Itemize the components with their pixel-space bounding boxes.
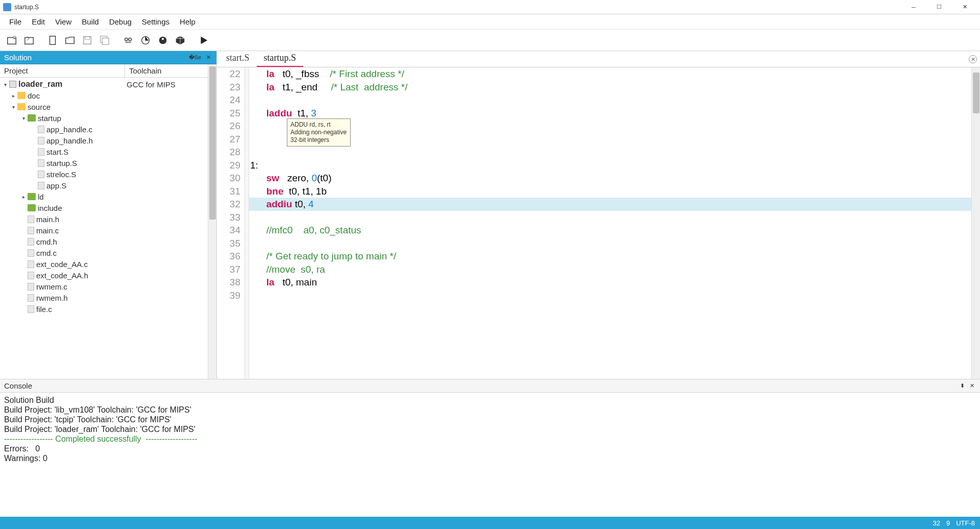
file-icon (28, 215, 34, 223)
tree-file[interactable]: rwmem.c (0, 281, 208, 292)
close-button[interactable]: ✕ (957, 1, 973, 13)
statusbar: 32 9 UTF-8 (0, 517, 980, 529)
tree-folder-startup[interactable]: ▾startup (0, 112, 208, 124)
editor-scrollbar[interactable] (971, 67, 980, 379)
project-tree[interactable]: ▾ loader_ram GCC for MIPS ▸doc ▾source ▾… (0, 78, 208, 379)
file-icon (28, 283, 34, 291)
clean-button[interactable] (138, 33, 153, 48)
project-icon (9, 81, 16, 88)
project-name: loader_ram (18, 80, 62, 89)
tree-file[interactable]: cmd.h (0, 236, 208, 247)
build-button[interactable] (120, 33, 136, 48)
status-line: 32 (933, 519, 940, 527)
svg-text:+: + (14, 36, 15, 39)
fold-margin[interactable] (245, 67, 249, 379)
code-editor[interactable]: 22 23 24 25 26 27 28 29 30 31 32 33 34 3… (217, 67, 980, 379)
console-close-icon[interactable]: ✕ (968, 382, 976, 389)
tree-file[interactable]: streloc.S (0, 169, 208, 180)
toolchain-value: GCC for MIPS (127, 80, 176, 89)
save-all-button[interactable] (97, 33, 112, 48)
file-icon (38, 182, 44, 189)
file-icon (28, 272, 34, 279)
tree-file[interactable]: app_handle.c (0, 124, 208, 135)
panel-close-icon[interactable]: ✕ (205, 54, 212, 61)
tree-file[interactable]: cmd.c (0, 247, 208, 258)
file-icon (28, 249, 34, 257)
menu-debug[interactable]: Debug (104, 15, 137, 28)
tree-toggle-icon[interactable]: ▸ (20, 194, 27, 200)
open-file-button[interactable] (62, 33, 78, 48)
svg-rect-8 (102, 38, 109, 44)
column-toolchain[interactable]: Toolchain (125, 64, 165, 77)
tree-file[interactable]: main.h (0, 213, 208, 225)
run-button[interactable] (196, 33, 211, 48)
solution-panel: Solution �ße ✕ Project Toolchain ▾ loade… (0, 51, 217, 379)
tree-folder-ld[interactable]: ▸ld (0, 191, 208, 202)
tree-folder-doc[interactable]: ▸doc (0, 90, 208, 101)
console-header: Console ⬍ ✕ (0, 379, 980, 393)
menu-view[interactable]: View (50, 15, 77, 28)
tree-toggle-icon[interactable]: ▾ (2, 82, 8, 87)
file-icon (38, 159, 44, 167)
new-project-button[interactable]: + (4, 33, 19, 48)
project-scrollbar[interactable] (208, 64, 216, 379)
tree-toggle-icon[interactable]: ▸ (10, 93, 16, 99)
menu-file[interactable]: File (4, 15, 27, 28)
package-button[interactable] (173, 33, 188, 48)
file-icon (38, 126, 44, 133)
save-button[interactable] (80, 33, 95, 48)
rebuild-button[interactable] (155, 33, 170, 48)
menu-help[interactable]: Help (175, 15, 201, 28)
tree-file[interactable]: app.S (0, 180, 208, 191)
tree-file[interactable]: rwmem.h (0, 292, 208, 303)
tree-folder-source[interactable]: ▾source (0, 101, 208, 112)
app-icon (3, 3, 11, 11)
tree-file[interactable]: app_handle.h (0, 135, 208, 146)
svg-point-9 (125, 38, 128, 41)
editor-panel: start.S startup.S ✕ 22 23 24 25 26 27 28… (217, 51, 980, 379)
code-content[interactable]: la t0, _fbss /* First address */ la t1, … (249, 67, 971, 379)
new-file-button[interactable] (45, 33, 60, 48)
open-project-button[interactable] (21, 33, 37, 48)
file-icon (38, 148, 44, 156)
svg-point-12 (159, 36, 167, 44)
tree-folder-include[interactable]: include (0, 202, 208, 213)
tooltip-description: Adding non-negative 32-bit integers (290, 129, 347, 144)
svg-point-10 (129, 38, 131, 41)
close-all-tabs-icon[interactable]: ✕ (969, 55, 977, 63)
tab-start-S[interactable]: start.S (219, 51, 257, 67)
tree-toggle-icon[interactable]: ▾ (20, 115, 27, 121)
file-icon (28, 227, 34, 234)
tree-file[interactable]: ext_code_AA.c (0, 258, 208, 270)
tree-file[interactable]: ext_code_AA.h (0, 270, 208, 281)
status-encoding: UTF-8 (956, 519, 975, 527)
svg-rect-13 (162, 38, 164, 40)
column-project[interactable]: Project (0, 64, 125, 77)
tab-startup-S[interactable]: startup.S (257, 51, 304, 67)
menu-settings[interactable]: Settings (137, 15, 175, 28)
instruction-tooltip: ADDU rd, rs, rt Adding non-negative 32-b… (287, 118, 351, 147)
console-output[interactable]: Solution Build Build Project: 'lib_vm108… (0, 393, 980, 517)
status-column: 9 (946, 519, 950, 527)
tree-toggle-icon[interactable]: ▾ (10, 104, 16, 110)
menu-edit[interactable]: Edit (27, 15, 50, 28)
folder-icon (28, 114, 36, 122)
tree-project-root[interactable]: ▾ loader_ram GCC for MIPS (0, 79, 208, 90)
panel-pin-icon[interactable]: �ße (187, 54, 203, 61)
tree-file[interactable]: start.S (0, 146, 208, 157)
file-icon (28, 305, 34, 313)
svg-rect-5 (84, 36, 91, 44)
svg-rect-4 (50, 36, 56, 44)
minimize-button[interactable]: ─ (905, 1, 922, 13)
file-icon (28, 260, 34, 268)
tooltip-signature: ADDU rd, rs, rt (290, 121, 347, 129)
menu-build[interactable]: Build (77, 15, 104, 28)
tree-file[interactable]: main.c (0, 225, 208, 236)
maximize-button[interactable]: ☐ (931, 1, 947, 13)
tree-file[interactable]: startup.S (0, 157, 208, 169)
console-pin-icon[interactable]: ⬍ (959, 382, 966, 389)
line-gutter: 22 23 24 25 26 27 28 29 30 31 32 33 34 3… (217, 67, 245, 379)
folder-icon (17, 92, 26, 99)
tree-file[interactable]: file.c (0, 303, 208, 315)
project-columns-header: Project Toolchain (0, 64, 208, 78)
